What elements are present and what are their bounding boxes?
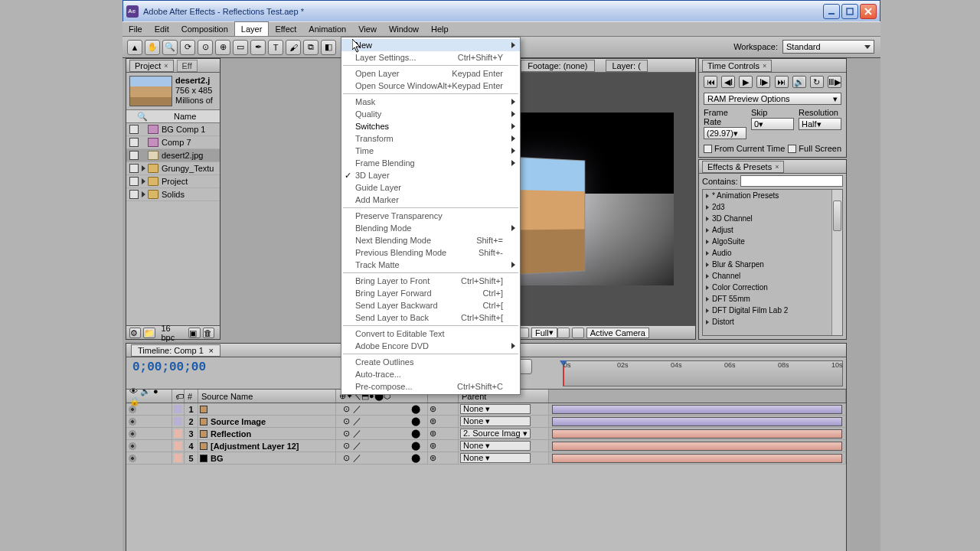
menu-item[interactable]: Blending Mode bbox=[341, 222, 520, 234]
trash-icon[interactable]: 🗑 bbox=[203, 328, 214, 338]
menu-item[interactable]: New bbox=[341, 39, 520, 51]
time-controls-tab[interactable]: Time Controls× bbox=[702, 60, 772, 72]
project-item[interactable]: Solids bbox=[126, 188, 220, 201]
selection-tool[interactable]: ▲ bbox=[127, 40, 142, 55]
type-tool[interactable]: T bbox=[268, 40, 283, 55]
new-folder-icon[interactable]: 📁 bbox=[143, 328, 155, 338]
menu-item[interactable]: Transform bbox=[341, 132, 520, 145]
clone-tool[interactable]: ⧉ bbox=[303, 40, 318, 55]
rotate-tool[interactable]: ⟳ bbox=[180, 40, 195, 55]
menu-item[interactable]: Frame Blending bbox=[341, 157, 520, 169]
zoom-tool[interactable]: 🔍 bbox=[162, 40, 178, 55]
timeline-layer[interactable]: 4[Adjustment Layer 12]⊙ ／ ⬤⊚None ▾ bbox=[126, 440, 846, 452]
full-screen-checkbox[interactable]: Full Screen bbox=[788, 144, 841, 153]
parent-dropdown[interactable]: None ▾ bbox=[460, 416, 531, 426]
menu-effect[interactable]: Effect bbox=[269, 22, 302, 36]
parent-dropdown[interactable]: None ▾ bbox=[460, 404, 531, 414]
effect-category[interactable]: * Animation Presets bbox=[703, 190, 842, 201]
new-comp-icon[interactable]: ▣ bbox=[188, 328, 200, 338]
first-frame-button[interactable]: ⏮ bbox=[704, 76, 717, 88]
last-frame-button[interactable]: ⏭ bbox=[775, 76, 789, 88]
menu-layer[interactable]: Layer bbox=[234, 21, 270, 36]
menu-item[interactable]: Open Source WindowAlt+Keypad Enter bbox=[341, 80, 520, 92]
pen-tool[interactable]: ✒ bbox=[250, 40, 266, 55]
menu-item[interactable]: Adobe Encore DVD bbox=[341, 340, 520, 352]
timeline-layer[interactable]: 3Reflection⊙ ／ ⬤⊚2. Source Imag ▾ bbox=[126, 428, 846, 440]
menu-item[interactable]: Quality bbox=[341, 108, 520, 120]
menu-item[interactable]: Previous Blending ModeShift+- bbox=[341, 246, 520, 259]
menu-item[interactable]: Auto-trace... bbox=[341, 368, 520, 380]
preview-options-dropdown[interactable]: RAM Preview Options▾ bbox=[704, 93, 841, 105]
prev-frame-button[interactable]: ◀Ⅰ bbox=[721, 76, 735, 88]
project-item[interactable]: desert2.jpg bbox=[126, 149, 220, 162]
effect-category[interactable]: 3D Channel bbox=[703, 213, 842, 224]
loop-button[interactable]: ↻ bbox=[810, 76, 824, 88]
menu-help[interactable]: Help bbox=[425, 22, 455, 36]
resolution-dropdown[interactable]: Full ▾ bbox=[531, 328, 557, 338]
mask-tool[interactable]: ▭ bbox=[233, 40, 248, 55]
transparency-icon[interactable] bbox=[572, 328, 584, 338]
interpret-footage-icon[interactable]: ⚙ bbox=[129, 328, 141, 338]
anchor-tool[interactable]: ⊕ bbox=[215, 40, 230, 55]
camera-dropdown[interactable]: Active Camera bbox=[586, 328, 649, 338]
menu-window[interactable]: Window bbox=[383, 22, 425, 36]
menu-edit[interactable]: Edit bbox=[149, 22, 175, 36]
effect-category[interactable]: Blur & Sharpen bbox=[703, 259, 842, 270]
effect-category[interactable]: DFT 55mm bbox=[703, 293, 842, 305]
menu-item[interactable]: Preserve Transparency bbox=[341, 210, 520, 222]
effect-category[interactable]: 2d3 bbox=[703, 201, 842, 213]
parent-dropdown[interactable]: 2. Source Imag ▾ bbox=[460, 429, 531, 439]
parent-dropdown[interactable]: None ▾ bbox=[460, 453, 531, 463]
menu-item[interactable]: Convert to Editable Text bbox=[341, 328, 520, 340]
menu-view[interactable]: View bbox=[352, 22, 383, 36]
menu-item[interactable]: Open LayerKeypad Enter bbox=[341, 67, 520, 80]
project-item[interactable]: Comp 7 bbox=[126, 136, 220, 149]
menu-animation[interactable]: Animation bbox=[302, 22, 352, 36]
effects-presets-tab[interactable]: Effects & Presets× bbox=[702, 161, 784, 173]
parent-dropdown[interactable]: None ▾ bbox=[460, 441, 531, 451]
timeline-layer[interactable]: 1⊙ ／ ⬤⊚None ▾ bbox=[126, 403, 846, 416]
effect-category[interactable]: Channel bbox=[703, 270, 842, 282]
effect-category[interactable]: Audio bbox=[703, 247, 842, 259]
current-time-display[interactable]: 0;00;00;00 bbox=[132, 360, 206, 374]
preview-resolution-dropdown[interactable]: Half ▾ bbox=[799, 118, 841, 130]
eraser-tool[interactable]: ◧ bbox=[321, 40, 336, 55]
maximize-button[interactable] bbox=[841, 4, 858, 19]
menu-item[interactable]: Mask bbox=[341, 96, 520, 108]
menu-item[interactable]: Bring Layer ForwardCtrl+] bbox=[341, 287, 520, 299]
menu-item[interactable]: Time bbox=[341, 145, 520, 157]
time-ruler[interactable]: 0s02s04s06s08s10s bbox=[563, 360, 843, 386]
skip-dropdown[interactable]: 0 ▾ bbox=[751, 118, 794, 130]
project-item[interactable]: BG Comp 1 bbox=[126, 123, 220, 136]
brush-tool[interactable]: 🖌 bbox=[286, 40, 301, 55]
timeline-layer[interactable]: 2Source Image⊙ ／ ⬤⊚None ▾ bbox=[126, 416, 846, 428]
effects-scrollbar[interactable] bbox=[831, 190, 842, 335]
effects-tab-stub[interactable]: Eff bbox=[177, 60, 198, 72]
ram-preview-button[interactable]: Ⅲ▶ bbox=[828, 76, 841, 88]
effect-category[interactable]: AlgoSuite bbox=[703, 236, 842, 247]
menu-item[interactable]: Bring Layer to FrontCtrl+Shift+] bbox=[341, 275, 520, 287]
effect-category[interactable]: DFT Digital Film Lab 2 bbox=[703, 305, 842, 316]
timeline-layer[interactable]: 5BG⊙ ／ ⬤⊚None ▾ bbox=[126, 452, 846, 465]
menu-item[interactable]: Track Matte bbox=[341, 259, 520, 271]
hand-tool[interactable]: ✋ bbox=[145, 40, 160, 55]
menu-item[interactable]: Send Layer to BackCtrl+Shift+[ bbox=[341, 311, 520, 324]
frame-rate-dropdown[interactable]: (29.97) ▾ bbox=[704, 127, 746, 139]
project-item[interactable]: Project bbox=[126, 175, 220, 188]
workspace-dropdown[interactable]: Standard bbox=[782, 40, 874, 54]
menu-item[interactable]: Switches bbox=[341, 120, 520, 132]
effects-search-input[interactable] bbox=[740, 175, 843, 187]
menu-composition[interactable]: Composition bbox=[175, 22, 234, 36]
layer-tab[interactable]: Layer: ( bbox=[606, 60, 648, 72]
play-button[interactable]: ▶ bbox=[739, 76, 753, 88]
name-column-header[interactable]: Name bbox=[174, 112, 196, 121]
next-frame-button[interactable]: Ⅰ▶ bbox=[756, 76, 770, 88]
menu-item[interactable]: Pre-compose...Ctrl+Shift+C bbox=[341, 380, 520, 393]
roi-icon[interactable] bbox=[557, 328, 570, 338]
menu-item[interactable]: Next Blending ModeShift+= bbox=[341, 234, 520, 246]
source-name-header[interactable]: Source Name bbox=[198, 390, 336, 403]
audio-button[interactable]: 🔊 bbox=[792, 76, 806, 88]
project-item[interactable]: Grungy_Textu bbox=[126, 162, 220, 175]
menu-file[interactable]: File bbox=[122, 22, 149, 36]
effect-category[interactable]: Distort bbox=[703, 316, 842, 328]
